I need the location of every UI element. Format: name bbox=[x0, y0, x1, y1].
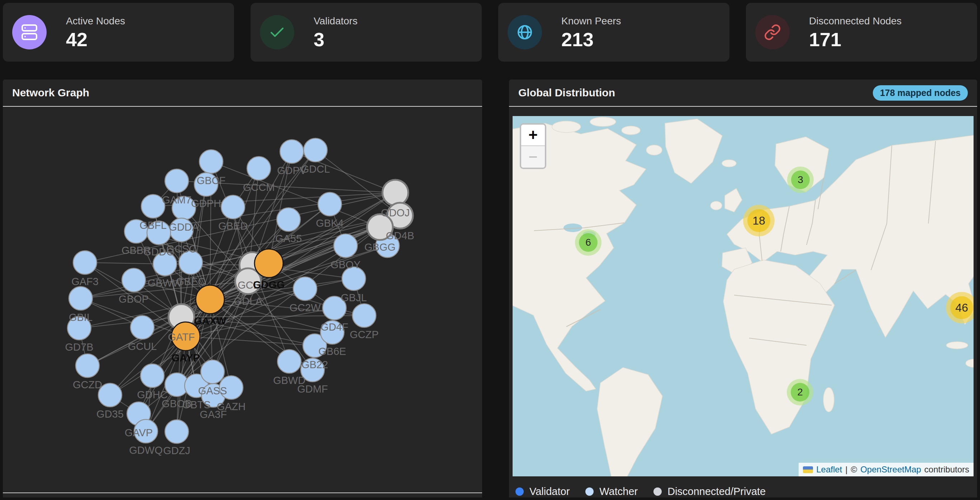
graph-node[interactable] bbox=[196, 285, 224, 314]
graph-node[interactable] bbox=[76, 354, 99, 378]
graph-node-label: GAYP bbox=[171, 352, 200, 363]
graph-node-label: GC2W bbox=[290, 302, 321, 313]
graph-node[interactable] bbox=[141, 194, 165, 218]
graph-node-label: GDLA bbox=[234, 295, 263, 307]
stat-card-validators: Validators 3 bbox=[251, 3, 482, 62]
graph-node[interactable] bbox=[199, 150, 223, 173]
graph-node-label: GASS bbox=[198, 385, 227, 397]
legend-item-validator: Validator bbox=[515, 486, 570, 497]
stat-card-active-nodes: Active Nodes 42 bbox=[3, 3, 234, 62]
graph-node-label: GCUL bbox=[128, 341, 157, 352]
link-icon bbox=[755, 15, 790, 49]
graph-node-label: GD4B bbox=[386, 230, 414, 241]
graph-node[interactable] bbox=[69, 287, 92, 310]
graph-node-label: GCZD bbox=[73, 379, 102, 390]
graph-node[interactable] bbox=[277, 208, 301, 232]
graph-node[interactable] bbox=[277, 349, 301, 373]
graph-node-label: GB6E bbox=[318, 346, 346, 357]
network-graph-canvas[interactable]: GDPVGDCLGBCFGCCMGDPHGAM7GBEDGBK4GA55GDDA… bbox=[3, 107, 482, 493]
cluster-count: 2 bbox=[797, 386, 803, 398]
graph-node-label: GBOY bbox=[331, 259, 361, 270]
graph-node[interactable] bbox=[318, 192, 342, 216]
graph-node-label: GD35 bbox=[96, 408, 124, 420]
leaflet-map[interactable]: + − 3186462 Leaflet | © OpenStreetMap co… bbox=[512, 116, 974, 476]
graph-node-label: GCZP bbox=[350, 329, 379, 340]
dashboard: Active Nodes 42 Validators 3 Known Peers… bbox=[0, 0, 980, 500]
graph-node-label: GDPH bbox=[191, 198, 221, 209]
legend-item-disconnected: Disconnected/Private bbox=[654, 486, 766, 497]
cluster-count: 46 bbox=[955, 301, 968, 314]
graph-node-label: GBCF bbox=[197, 175, 226, 186]
graph-node-label: GBIL bbox=[69, 312, 92, 323]
check-icon bbox=[260, 15, 294, 49]
graph-node-label: GDOJ bbox=[381, 207, 410, 219]
page-title-network-graph: Network Graph bbox=[12, 87, 89, 99]
graph-node[interactable] bbox=[201, 360, 224, 384]
graph-node[interactable] bbox=[280, 140, 304, 163]
leaflet-link[interactable]: Leaflet bbox=[816, 465, 842, 475]
ukraine-flag-icon bbox=[803, 466, 813, 473]
stat-label: Active Nodes bbox=[66, 16, 125, 27]
zoom-out-button[interactable]: − bbox=[521, 146, 545, 168]
graph-node[interactable] bbox=[334, 234, 357, 257]
stats-row: Active Nodes 42 Validators 3 Known Peers… bbox=[3, 3, 977, 62]
cluster-marker-3[interactable]: 3 bbox=[787, 167, 814, 193]
graph-node[interactable] bbox=[165, 420, 189, 443]
openstreetmap-link[interactable]: OpenStreetMap bbox=[860, 465, 921, 475]
global-distribution-header: Global Distribution 178 mapped nodes bbox=[509, 79, 977, 107]
graph-node[interactable] bbox=[382, 180, 408, 206]
cluster-marker-2[interactable]: 2 bbox=[787, 379, 813, 405]
graph-node[interactable] bbox=[247, 157, 270, 180]
cluster-count: 18 bbox=[752, 214, 765, 227]
graph-node-label: GAZH bbox=[217, 401, 246, 412]
graph-node[interactable] bbox=[221, 195, 245, 219]
page-title-global-distribution: Global Distribution bbox=[518, 87, 615, 99]
map-attribution: Leaflet | © OpenStreetMap contributors bbox=[799, 463, 974, 476]
cluster-count: 6 bbox=[585, 237, 591, 248]
zoom-in-button[interactable]: + bbox=[521, 125, 545, 146]
copyright-symbol: © bbox=[851, 465, 857, 475]
stat-value: 213 bbox=[561, 30, 621, 49]
graph-node[interactable] bbox=[130, 316, 154, 339]
mapped-nodes-badge: 178 mapped nodes bbox=[873, 85, 968, 101]
map-zoom-control: + − bbox=[520, 123, 546, 169]
graph-node[interactable] bbox=[73, 251, 97, 275]
graph-node-label: GDCL bbox=[301, 163, 330, 175]
stat-label: Validators bbox=[313, 16, 357, 27]
stat-card-disconnected-nodes: Disconnected Nodes 171 bbox=[746, 3, 977, 62]
graph-node-label: GAXW bbox=[194, 315, 226, 327]
network-graph-svg[interactable]: GDPVGDCLGBCFGCCMGDPHGAM7GBEDGBK4GA55GDDA… bbox=[3, 107, 482, 492]
graph-node-label: GAM7 bbox=[162, 194, 191, 206]
graph-node-label: GBED bbox=[218, 220, 248, 232]
panels-row: Network Graph GDPVGDCLGBCFGCCMGDPHGAM7GB… bbox=[3, 79, 977, 497]
legend-label: Watcher bbox=[599, 486, 638, 497]
validator-dot-icon bbox=[515, 487, 524, 496]
stat-value: 42 bbox=[66, 30, 125, 49]
graph-node[interactable] bbox=[140, 364, 164, 387]
graph-node-label: GBGG bbox=[364, 241, 395, 253]
graph-node-label: GBJL bbox=[341, 292, 367, 303]
disconnected-dot-icon bbox=[654, 487, 662, 496]
network-graph-panel: Network Graph GDPVGDCLGBCFGCCMGDPHGAM7GB… bbox=[3, 79, 482, 497]
graph-node[interactable] bbox=[255, 249, 283, 278]
stat-label: Known Peers bbox=[561, 16, 621, 27]
graph-node-label: GB22 bbox=[301, 359, 328, 370]
graph-node[interactable] bbox=[122, 268, 146, 292]
contributors-text: contributors bbox=[924, 465, 969, 475]
legend-label: Validator bbox=[530, 486, 570, 497]
stat-label: Disconnected Nodes bbox=[809, 16, 902, 27]
graph-node-label: GBOP bbox=[119, 293, 149, 305]
graph-node[interactable] bbox=[165, 169, 189, 193]
graph-node-label: GBEC bbox=[176, 276, 205, 287]
graph-node[interactable] bbox=[304, 138, 327, 162]
cluster-marker-18[interactable]: 18 bbox=[743, 205, 775, 237]
graph-node[interactable] bbox=[352, 304, 376, 327]
stat-value: 171 bbox=[809, 30, 902, 49]
legend-label: Disconnected/Private bbox=[667, 486, 766, 497]
world-map bbox=[512, 116, 974, 476]
stat-value: 3 bbox=[313, 30, 357, 49]
graph-node[interactable] bbox=[293, 277, 317, 300]
stat-card-known-peers: Known Peers 213 bbox=[498, 3, 729, 62]
cluster-marker-6[interactable]: 6 bbox=[575, 229, 601, 256]
graph-node-label: GCCM bbox=[243, 182, 275, 193]
